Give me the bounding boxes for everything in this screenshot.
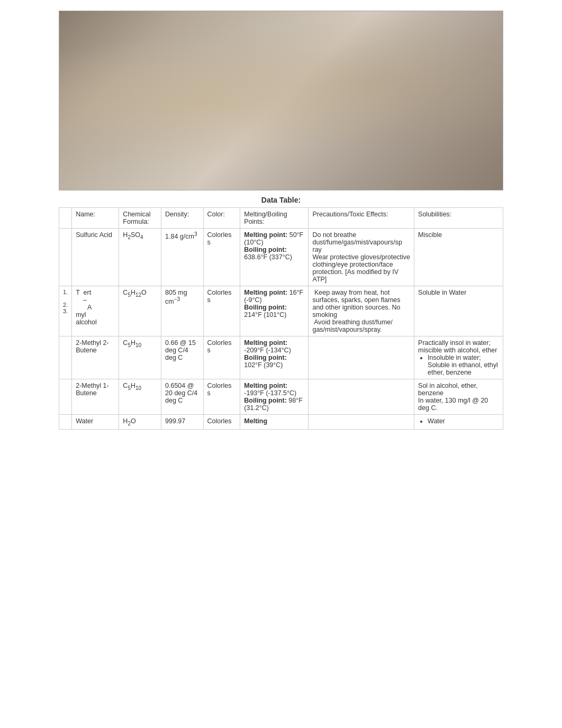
row-formula-3: C5H10 [119, 336, 161, 379]
row-name-2: T ert – A mylalcohol [72, 286, 119, 336]
row-num-2: 1. 2. 3. [59, 286, 72, 336]
page-container: Data Table: Name: Chemical Formula: Dens… [0, 0, 562, 728]
row-density-5: 999.97 [161, 415, 204, 430]
row-formula-5: H2O [119, 415, 161, 430]
table-row: 1. 2. 3. T ert – A mylalcohol C5H12O 805… [59, 286, 503, 336]
image-section [11, 11, 551, 190]
row-density-4: 0.6504 @ 20 deg C/4 deg C [161, 379, 204, 415]
header-num [59, 208, 72, 229]
row-precautions-1: Do not breathe dust/fume/gas/mist/vapour… [309, 229, 414, 286]
row-solubility-5: Water [414, 415, 503, 430]
row-melting-1: Melting point: 50°F (10°C) Boiling point… [240, 229, 309, 286]
header-precautions: Precautions/Toxic Effects: [309, 208, 414, 229]
table-row: Water H2O 999.97 Colorles Melting Water [59, 415, 503, 430]
row-name-4: 2-Methyl 1-Butene [72, 379, 119, 415]
document-image [59, 11, 503, 190]
row-density-1: 1.84 g/cm3 [161, 229, 204, 286]
row-formula-1: H2SO4 [119, 229, 161, 286]
row-num-5 [59, 415, 72, 430]
row-color-5: Colorles [203, 415, 240, 430]
header-solubilities: Solubilities: [414, 208, 503, 229]
data-table: Name: Chemical Formula: Density: Color: … [59, 207, 503, 430]
row-name-3: 2-Methyl 2-Butene [72, 336, 119, 379]
row-color-4: Colorles s [203, 379, 240, 415]
table-section: Data Table: Name: Chemical Formula: Dens… [59, 196, 503, 430]
row-solubility-2: Soluble in Water [414, 286, 503, 336]
table-row: Sulfuric Acid H2SO4 1.84 g/cm3 Colorles … [59, 229, 503, 286]
row-density-3: 0.66 @ 15 deg C/4 deg C [161, 336, 204, 379]
row-melting-5: Melting [240, 415, 309, 430]
row-name-5: Water [72, 415, 119, 430]
row-num-4 [59, 379, 72, 415]
row-solubility-3: Practically insol in water; miscible wit… [414, 336, 503, 379]
header-melting: Melting/Boiling Points: [240, 208, 309, 229]
row-precautions-5 [309, 415, 414, 430]
row-num-3 [59, 336, 72, 379]
row-melting-3: Melting point: -209°F (-134°C) Boiling p… [240, 336, 309, 379]
row-color-1: Colorles s [203, 229, 240, 286]
row-melting-2: Melting point: 16°F (-9°C) Boiling point… [240, 286, 309, 336]
table-row: 2-Methyl 2-Butene C5H10 0.66 @ 15 deg C/… [59, 336, 503, 379]
row-num-1 [59, 229, 72, 286]
row-density-2: 805 mg cm−3 [161, 286, 204, 336]
row-formula-2: C5H12O [119, 286, 161, 336]
header-color: Color: [203, 208, 240, 229]
header-density: Density: [161, 208, 204, 229]
row-color-2: Colorles s [203, 286, 240, 336]
table-header-row: Name: Chemical Formula: Density: Color: … [59, 208, 503, 229]
header-formula: Chemical Formula: [119, 208, 161, 229]
row-melting-4: Melting point: -193°F (-137.5°C) Boiling… [240, 379, 309, 415]
table-row: 2-Methyl 1-Butene C5H10 0.6504 @ 20 deg … [59, 379, 503, 415]
header-name: Name: [72, 208, 119, 229]
row-formula-4: C5H10 [119, 379, 161, 415]
row-precautions-4 [309, 379, 414, 415]
row-precautions-2: Keep away from heat, hot surfaces, spark… [309, 286, 414, 336]
row-solubility-1: Miscible [414, 229, 503, 286]
row-color-3: Colorles s [203, 336, 240, 379]
row-precautions-3 [309, 336, 414, 379]
table-title: Data Table: [59, 196, 503, 204]
row-solubility-4: Sol in alcohol, ether, benzene In water,… [414, 379, 503, 415]
row-name-1: Sulfuric Acid [72, 229, 119, 286]
